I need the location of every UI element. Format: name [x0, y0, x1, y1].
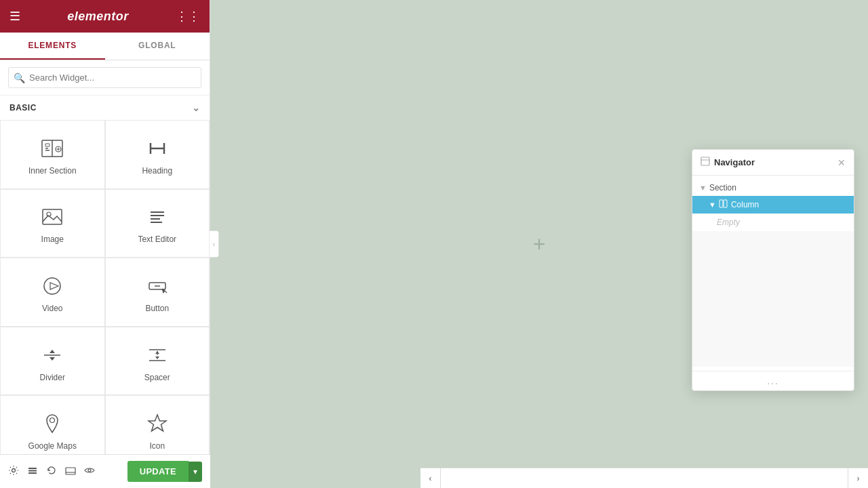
inner-section-icon [40, 136, 64, 161]
svg-rect-11 [43, 209, 62, 224]
svg-point-32 [12, 468, 16, 472]
navigator-dots[interactable]: ... [692, 371, 854, 390]
basic-section-heading[interactable]: BASIC ⌄ [0, 96, 210, 120]
svg-rect-39 [701, 157, 709, 165]
divider-icon [40, 343, 64, 367]
layers-icon[interactable] [27, 465, 38, 479]
navigator-column-label: Column [731, 200, 759, 209]
section-chevron-icon: ▼ [699, 184, 707, 192]
basic-section-label: BASIC [9, 103, 37, 113]
widget-heading-label: Heading [142, 166, 172, 176]
button-icon [145, 274, 170, 298]
bottom-bar-left-arrow[interactable]: ‹ [420, 468, 441, 489]
google-maps-icon [40, 411, 64, 436]
svg-rect-3 [45, 148, 48, 149]
widget-spacer-label: Spacer [144, 373, 170, 382]
widget-google-maps-label: Google Maps [28, 441, 77, 451]
widget-video-label: Video [42, 304, 62, 313]
navigator-header: Navigator ✕ [692, 150, 854, 176]
navigator-tree: ▼ Section ▼ Column Empty [692, 176, 854, 371]
widget-heading[interactable]: Heading [105, 120, 210, 189]
sidebar-header: ☰ elementor ⋮⋮ [0, 0, 210, 33]
svg-rect-34 [28, 470, 37, 471]
widget-grid: Inner Section Heading Image [0, 120, 210, 464]
svg-marker-28 [155, 351, 159, 354]
search-bar: 🔍 [0, 60, 210, 96]
widget-divider-label: Divider [40, 373, 65, 382]
search-icon: 🔍 [14, 73, 25, 83]
svg-point-38 [88, 469, 91, 472]
grid-icon[interactable]: ⋮⋮ [176, 10, 200, 22]
heading-icon [145, 136, 170, 161]
widget-divider[interactable]: Divider [0, 327, 105, 396]
canvas: + Navigator ✕ ▼ Section ▼ [210, 0, 868, 488]
history-icon[interactable] [46, 465, 57, 479]
update-dropdown-button[interactable]: ▾ [189, 462, 202, 482]
widget-button-label: Button [145, 304, 169, 313]
navigator-column-row[interactable]: ▼ Column [692, 196, 854, 214]
tab-global[interactable]: GLOBAL [105, 33, 210, 60]
eye-icon[interactable] [84, 465, 95, 479]
svg-rect-2 [45, 144, 50, 146]
column-chevron-icon: ▼ [709, 201, 716, 209]
svg-rect-4 [45, 150, 50, 151]
tabs: ELEMENTS GLOBAL [0, 33, 210, 60]
navigator-title: Navigator [714, 157, 755, 167]
responsive-icon[interactable] [65, 465, 76, 479]
column-grid-icon [719, 199, 728, 210]
bottom-bar-right-arrow[interactable]: › [848, 468, 868, 489]
navigator-empty-area [692, 231, 854, 367]
navigator-section-row[interactable]: ▼ Section [692, 180, 854, 196]
svg-marker-18 [50, 283, 58, 289]
widget-inner-section[interactable]: Inner Section [0, 120, 105, 189]
add-element-plus[interactable]: + [533, 233, 546, 255]
widget-video[interactable]: Video [0, 258, 105, 327]
spacer-icon [145, 343, 170, 367]
search-input[interactable] [8, 67, 201, 88]
svg-rect-42 [724, 200, 727, 207]
widget-image-label: Image [41, 235, 64, 244]
settings-icon[interactable] [8, 465, 19, 479]
navigator-box-icon [701, 157, 710, 168]
widget-inner-section-label: Inner Section [28, 166, 77, 176]
svg-rect-41 [719, 200, 723, 207]
widget-image[interactable]: Image [0, 189, 105, 258]
svg-rect-33 [28, 468, 37, 469]
navigator-close-button[interactable]: ✕ [837, 157, 846, 168]
basic-chevron-icon: ⌄ [192, 102, 201, 113]
text-editor-icon [145, 205, 170, 229]
bottom-toolbar: UPDATE ▾ [0, 454, 210, 488]
navigator-panel: Navigator ✕ ▼ Section ▼ Column Empty . [692, 149, 854, 391]
widget-spacer[interactable]: Spacer [105, 327, 210, 396]
hamburger-icon[interactable]: ☰ [9, 10, 20, 22]
svg-point-30 [50, 418, 55, 423]
svg-rect-36 [66, 468, 75, 474]
elementor-logo: elementor [67, 9, 129, 24]
navigator-section-label: Section [709, 183, 736, 192]
image-icon [40, 205, 64, 229]
svg-marker-29 [155, 357, 159, 359]
svg-marker-24 [50, 357, 55, 361]
widget-button[interactable]: Button [105, 258, 210, 327]
tab-elements[interactable]: ELEMENTS [0, 33, 105, 60]
collapse-arrow-icon: ‹ [213, 241, 215, 248]
widget-text-editor[interactable]: Text Editor [105, 189, 210, 258]
collapse-sidebar-handle[interactable]: ‹ [210, 230, 219, 258]
update-button[interactable]: UPDATE [127, 461, 189, 482]
video-icon [40, 274, 64, 298]
svg-marker-23 [50, 350, 55, 353]
sidebar: ☰ elementor ⋮⋮ ELEMENTS GLOBAL 🔍 BASIC ⌄ [0, 0, 210, 488]
svg-rect-35 [28, 472, 37, 474]
bottom-bar: ‹ › [420, 468, 868, 488]
widget-icon-label: Icon [149, 441, 165, 451]
svg-marker-31 [149, 415, 166, 431]
navigator-empty-label: Empty [692, 214, 854, 231]
icon-widget-icon [145, 411, 170, 436]
widget-text-editor-label: Text Editor [138, 235, 176, 244]
